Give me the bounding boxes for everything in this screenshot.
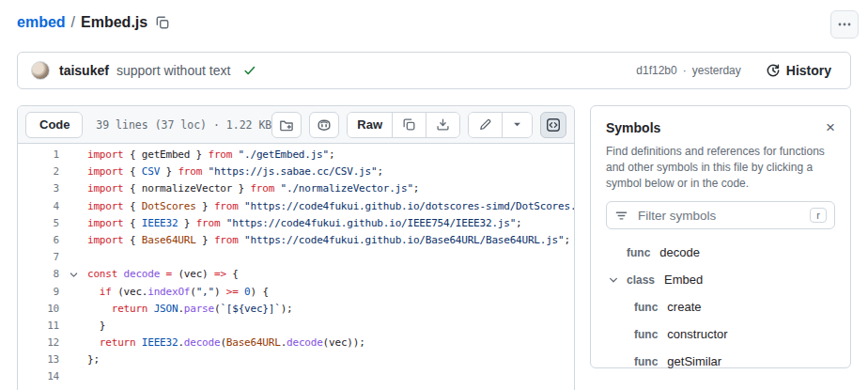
commit-author[interactable]: taisukef — [59, 63, 109, 78]
code-line-text — [87, 249, 574, 266]
copy-icon — [155, 15, 170, 30]
code-line: 12 return IEEE32.decode(Base64URL.decode… — [18, 335, 574, 351]
download-button[interactable] — [426, 113, 459, 137]
line-number[interactable]: 14 — [18, 368, 59, 385]
edit-dropdown-button[interactable] — [502, 113, 532, 137]
raw-button[interactable]: Raw — [348, 113, 392, 137]
more-options-button[interactable] — [830, 10, 859, 39]
pencil-icon — [478, 117, 492, 132]
line-number[interactable]: 15 — [18, 386, 59, 390]
breadcrumb: embed / Embed.js — [17, 13, 172, 32]
code-line: 10 return JSON.parse(`[${vec}]`); — [18, 301, 574, 318]
symbols-title: Symbols — [606, 120, 660, 135]
fold-spacer — [59, 180, 87, 197]
code-line: 15export class Embed { — [18, 386, 574, 390]
code-line-text: import { IEEE32 } from "https://code4fuk… — [87, 215, 574, 232]
symbol-kind: func — [634, 328, 658, 341]
filter-icon — [614, 209, 628, 223]
fold-chevron-icon[interactable] — [59, 266, 87, 283]
breadcrumb-repo-link[interactable]: embed — [17, 14, 66, 31]
symbols-header: Symbols × — [606, 119, 835, 135]
code-line: 5import { IEEE32 } from "https://code4fu… — [18, 215, 574, 232]
symbol-item-constructor[interactable]: funcconstructor — [606, 320, 835, 348]
fold-spacer — [59, 335, 87, 351]
code-line: 14 — [18, 368, 574, 385]
file-meta: 39 lines (37 loc) · 1.22 KB — [96, 118, 271, 132]
commit-message[interactable]: support without text — [116, 63, 230, 78]
download-icon — [436, 117, 450, 132]
code-line-text: return JSON.parse(`[${vec}]`); — [87, 301, 574, 318]
chevron-down-icon — [512, 119, 522, 130]
fold-spacer — [59, 232, 87, 249]
file-viewer-panel: Code Blame 39 lines (37 loc) · 1.22 KB R… — [17, 105, 575, 390]
symbol-kind: func — [634, 355, 658, 368]
fold-spacer — [59, 164, 87, 180]
line-number[interactable]: 1 — [18, 147, 59, 164]
symbol-name: decode — [659, 245, 700, 259]
symbols-list: funcdecodeclassEmbedfunccreatefuncconstr… — [606, 239, 835, 375]
history-label: History — [786, 63, 831, 78]
breadcrumb-file-name: Embed.js — [81, 14, 147, 31]
add-file-to-workspace-button[interactable] — [271, 112, 302, 138]
code-line-text: import { Base64URL } from "https://code4… — [87, 232, 574, 249]
commit-meta: d1f12b0 · yesterday History — [636, 62, 837, 79]
code-line: 9 if (vec.indexOf(",") >= 0) { — [18, 284, 574, 301]
copilot-button[interactable] — [309, 112, 339, 138]
line-number[interactable]: 8 — [18, 266, 59, 283]
code-line-text: import { CSV } from "https://js.sabae.cc… — [87, 164, 574, 180]
folder-plus-icon — [279, 117, 294, 133]
line-number[interactable]: 9 — [18, 284, 59, 301]
latest-commit-bar: taisukef support without text d1f12b0 · … — [17, 52, 851, 89]
symbol-item-Embed[interactable]: classEmbed — [606, 266, 835, 293]
filter-symbols-input[interactable] — [636, 208, 802, 224]
chevron-down-icon[interactable] — [606, 274, 627, 286]
symbol-item-create[interactable]: funccreate — [606, 293, 835, 320]
checks-status[interactable] — [243, 64, 256, 77]
code-line: 11 } — [18, 318, 574, 335]
code-blame-switch: Code Blame — [25, 112, 83, 138]
edit-file-button[interactable] — [469, 113, 502, 137]
code-line-text: }; — [87, 351, 574, 368]
line-number[interactable]: 5 — [18, 215, 59, 232]
history-button[interactable]: History — [760, 62, 837, 79]
shortcut-key-badge: r — [810, 208, 827, 223]
symbol-kind: func — [627, 246, 650, 259]
code-line: 6import { Base64URL } from "https://code… — [18, 232, 574, 249]
code-line-text — [87, 368, 574, 385]
symbol-item-decode[interactable]: funcdecode — [606, 239, 835, 266]
breadcrumb-separator: / — [71, 14, 75, 31]
code-line: 13}; — [18, 351, 574, 368]
line-number[interactable]: 7 — [18, 249, 59, 266]
symbols-panel-toggle[interactable] — [540, 112, 566, 138]
code-line-text: } — [87, 318, 574, 335]
line-number[interactable]: 12 — [18, 335, 59, 351]
toolbar-actions: Raw — [271, 112, 566, 138]
line-number[interactable]: 3 — [18, 180, 59, 197]
fold-spacer — [59, 249, 87, 266]
commit-sha[interactable]: d1f12b0 — [636, 64, 676, 77]
line-number[interactable]: 13 — [18, 351, 59, 368]
line-number[interactable]: 4 — [18, 198, 59, 215]
symbol-kind: func — [634, 301, 658, 314]
copy-path-button[interactable] — [153, 13, 172, 32]
code-line-text: if (vec.indexOf(",") >= 0) { — [87, 284, 574, 301]
copy-icon — [402, 117, 416, 132]
line-number[interactable]: 10 — [18, 301, 59, 318]
line-number[interactable]: 11 — [18, 318, 59, 335]
symbol-item-getSimilar[interactable]: funcgetSimilar — [606, 348, 835, 375]
fold-spacer — [59, 318, 87, 335]
kebab-horizontal-icon — [837, 17, 852, 32]
line-number[interactable]: 2 — [18, 164, 59, 180]
fold-spacer — [59, 147, 87, 164]
line-number[interactable]: 6 — [18, 232, 59, 249]
tab-code[interactable]: Code — [25, 112, 83, 138]
code-line: 1import { getEmbed } from "./getEmbed.js… — [18, 147, 574, 164]
avatar[interactable] — [31, 61, 50, 80]
fold-spacer — [59, 351, 87, 368]
code-line-text: export class Embed { — [87, 386, 574, 390]
copy-raw-button[interactable] — [392, 113, 426, 137]
code-line-text: return IEEE32.decode(Base64URL.decode(ve… — [87, 335, 574, 351]
close-icon[interactable]: × — [826, 119, 835, 135]
symbol-name: getSimilar — [667, 354, 721, 368]
code-line-text: import { normalizeVector } from "./norma… — [87, 180, 574, 197]
